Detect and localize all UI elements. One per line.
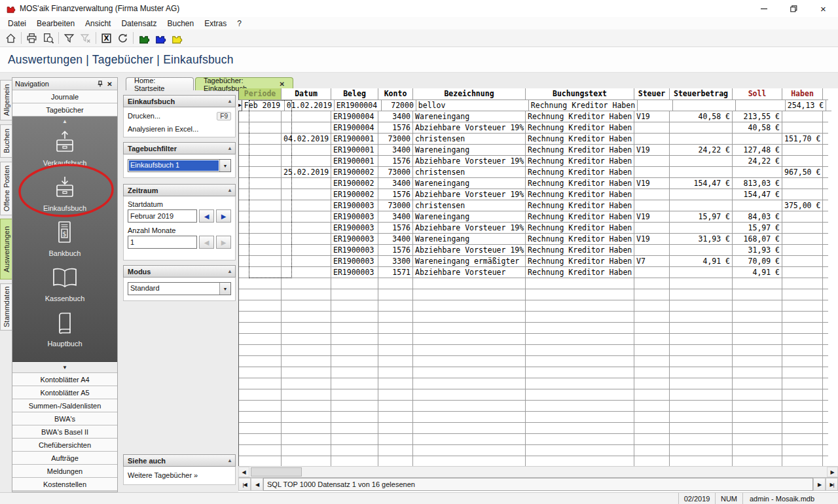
nav-book-kassenbuch[interactable]: Kassenbuch [12,261,117,306]
cell-buchungstext[interactable] [526,323,634,334]
cell-steuerbetrag[interactable] [670,289,733,300]
cell-datum[interactable] [282,289,331,300]
cell-soll[interactable] [733,412,782,423]
cell-konto[interactable] [378,312,413,323]
cell-buchungstext[interactable] [526,412,634,423]
cell-konto[interactable] [378,356,413,367]
side-tab-allgemein[interactable]: Allgemein [0,80,12,120]
cell-steuer[interactable] [634,423,670,434]
excel-export-icon[interactable]: X [98,31,115,46]
cell-konto[interactable] [378,412,413,423]
cell-periode[interactable] [239,356,282,367]
cell-steuerbetrag[interactable] [670,167,733,178]
cell-periode[interactable] [239,211,282,223]
cell-buchungstext[interactable]: Rechnung Kreditor Haben [526,234,634,245]
cell-periode[interactable] [239,334,282,345]
cell-steuerbetrag[interactable]: 24,22 € [670,145,733,156]
cell-datum[interactable] [282,323,331,334]
cell-steuerbetrag[interactable] [670,456,733,466]
column-header-beleg[interactable]: Beleg [331,88,378,100]
cell-haben[interactable] [782,334,823,345]
cell-konto[interactable] [378,334,413,345]
cell-bezeichnung[interactable]: Wareneingang [413,145,526,156]
cell-haben[interactable] [782,245,823,256]
cell-buchungstext[interactable]: Rechnung Kreditor Haben [526,211,634,223]
menu-item-bearbeiten[interactable]: Bearbeiten [31,18,80,29]
cell-bezeichnung[interactable] [413,345,526,356]
cell-bezeichnung[interactable] [413,334,526,345]
cell-steuerbetrag[interactable] [670,300,733,312]
cell-steuer[interactable] [634,356,670,367]
cell-periode[interactable] [239,389,282,401]
cell-soll[interactable]: 813,03 € [733,178,782,189]
cell-soll[interactable] [733,312,782,323]
menu-item-buchen[interactable]: Buchen [162,18,199,29]
cell-soll[interactable] [733,167,782,178]
cell-steuerbetrag[interactable] [670,367,733,378]
cell-konto[interactable]: 3400 [378,111,413,122]
cell-buchungstext[interactable] [526,423,634,434]
cell-bezeichnung[interactable]: Abziehbare Vorsteuer 19% [413,122,526,134]
cell-steuerbetrag[interactable] [670,356,733,367]
cell-konto[interactable]: 3400 [378,178,413,189]
cell-steuerbetrag[interactable] [670,156,733,167]
cell-periode[interactable] [239,267,282,278]
cell-datum[interactable]: 04.02.2019 [282,134,331,145]
cell-periode[interactable] [239,367,282,378]
cell-bezeichnung[interactable] [413,456,526,466]
startdatum-input[interactable] [128,209,197,223]
cell-haben[interactable] [782,300,823,312]
cell-periode[interactable] [239,401,282,412]
section-header-zeitraum[interactable]: Zeitraum▴ [123,184,236,196]
cell-steuerbetrag[interactable] [670,122,733,134]
nav-book-einkaufsbuch[interactable]: Einkaufsbuch [12,171,117,216]
cell-buchungstext[interactable]: Rechnung Kreditor Haben [526,189,634,200]
cell-haben[interactable] [782,356,823,367]
cell-beleg[interactable] [331,389,378,401]
cell-buchungstext[interactable] [526,312,634,323]
cell-haben[interactable] [782,456,823,466]
cell-haben[interactable] [782,189,823,200]
cell-datum[interactable] [282,278,331,289]
cell-steuer[interactable] [634,434,670,445]
anzahl-monate-input[interactable] [128,236,197,249]
menu-item-datei[interactable]: Datei [3,18,31,29]
cell-bezeichnung[interactable]: bellov [416,100,529,111]
cell-steuer[interactable] [634,289,670,300]
cell-haben[interactable] [782,289,823,300]
cell-haben[interactable] [782,389,823,401]
cell-steuer[interactable] [634,323,670,334]
cell-bezeichnung[interactable] [413,378,526,389]
cell-periode[interactable] [239,156,282,167]
print-icon[interactable] [24,31,40,46]
cell-datum[interactable] [282,178,331,189]
cell-steuerbetrag[interactable] [670,278,733,289]
decrease-months-button[interactable]: ◀ [199,236,214,249]
cell-konto[interactable]: 73000 [378,200,413,211]
cell-steuer[interactable] [634,367,670,378]
nav-item-meldungen[interactable]: Meldungen [12,465,117,478]
refresh-icon[interactable] [115,31,131,46]
cell-bezeichnung[interactable] [413,367,526,378]
menu-item-datensatz[interactable]: Datensatz [116,18,162,29]
cell-steuer[interactable] [634,156,670,167]
cell-haben[interactable] [782,445,823,456]
scroll-down-icon[interactable]: ▼ [12,362,117,373]
cell-konto[interactable]: 1576 [378,156,413,167]
menu-item-extras[interactable]: Extras [199,18,232,29]
side-tab-stammdaten[interactable]: Stammdaten [0,283,12,331]
cell-datum[interactable] [282,211,331,223]
cell-buchungstext[interactable]: Rechnung Kreditor Haben [526,245,634,256]
cell-periode[interactable] [239,323,282,334]
cell-haben[interactable] [782,367,823,378]
cell-beleg[interactable] [331,356,378,367]
cell-bezeichnung[interactable]: Abziehbare Vorsteuer 19% [413,189,526,200]
cell-steuerbetrag[interactable] [670,267,733,278]
cell-beleg[interactable]: ER1900001 [331,156,378,167]
column-header-steuer[interactable]: Steuer [634,88,670,100]
cell-steuer[interactable]: V19 [634,234,670,245]
nav-item-chef-bersichten[interactable]: Chefübersichten [12,439,117,452]
nav-book-bankbuch[interactable]: $Bankbuch [12,216,117,261]
nav-book-hauptbuch[interactable]: Hauptbuch [12,306,117,351]
cell-soll[interactable]: 4,91 € [733,267,782,278]
